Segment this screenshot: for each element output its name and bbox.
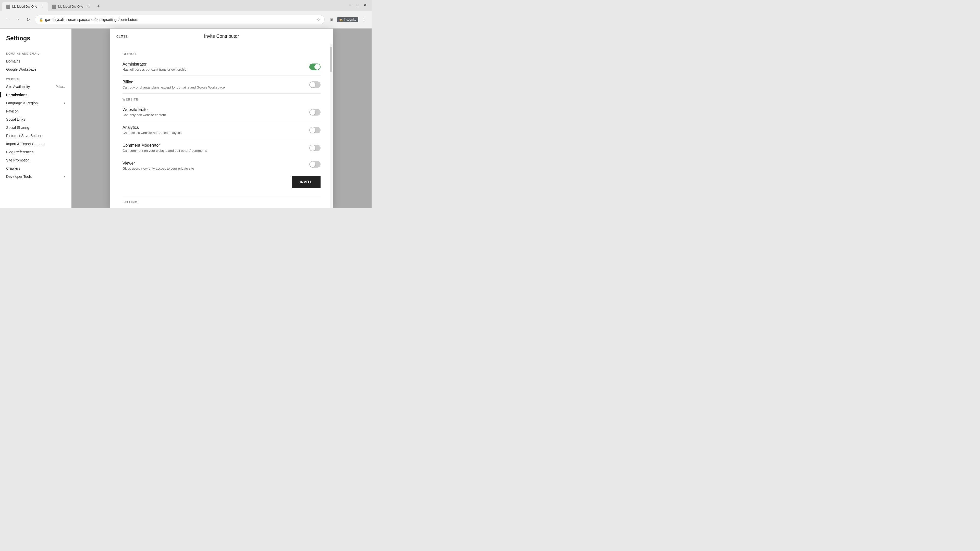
toggle-website-editor[interactable] <box>309 109 321 116</box>
permission-info-comment-moderator: Comment Moderator Can comment on your we… <box>123 143 309 152</box>
permission-desc-analytics: Can access website and Sales analytics <box>123 131 309 135</box>
incognito-icon: 🕵 <box>339 18 343 21</box>
permission-info-billing: Billing Can buy or change plans, except … <box>123 80 309 89</box>
browser-actions: ⊞ 🕵 Incognito ⋮ <box>328 16 368 23</box>
lock-icon: 🔒 <box>39 18 43 22</box>
toggle-knob-viewer <box>310 162 315 167</box>
incognito-badge: 🕵 Incognito <box>337 17 358 22</box>
developer-tools-chevron: ▾ <box>64 175 65 178</box>
invite-button[interactable]: INVITE <box>292 176 321 188</box>
permission-row-administrator: Administrator Has full access but can't … <box>123 58 321 76</box>
toggle-knob-comment-moderator <box>310 145 315 151</box>
tab-2-close[interactable]: ✕ <box>86 5 90 9</box>
close-window-button[interactable]: ✕ <box>363 3 368 8</box>
permission-desc-administrator: Has full access but can't transfer owner… <box>123 68 309 71</box>
permission-row-comment-moderator: Comment Moderator Can comment on your we… <box>123 139 321 157</box>
toggle-knob-analytics <box>310 127 315 133</box>
permission-info-administrator: Administrator Has full access but can't … <box>123 62 309 71</box>
sidebar-item-pinterest-save-buttons[interactable]: Pinterest Save Buttons <box>0 132 72 140</box>
tab-2-favicon <box>52 5 56 9</box>
section-selling-header: SELLING <box>123 197 321 206</box>
permission-desc-billing: Can buy or change plans, except for doma… <box>123 86 309 89</box>
permission-row-analytics: Analytics Can access website and Sales a… <box>123 121 321 139</box>
site-availability-badge: Private <box>56 85 65 89</box>
sidebar-section-website: WEBSITE <box>0 73 72 83</box>
sidebar-item-google-workspace[interactable]: Google Workspace <box>0 65 72 73</box>
modal-scrollbar-thumb <box>330 47 332 72</box>
bookmark-icon[interactable]: ☆ <box>317 17 320 22</box>
incognito-label: Incognito <box>344 18 356 21</box>
toggle-knob-website-editor <box>310 110 315 115</box>
tab-1-title: My Mood Joy One <box>12 5 38 8</box>
language-region-chevron: ▾ <box>64 101 65 105</box>
sidebar-item-site-availability[interactable]: Site Availability Private <box>0 83 72 91</box>
modal-body[interactable]: GLOBAL Administrator Has full access but… <box>110 44 333 208</box>
toggle-viewer[interactable] <box>309 161 321 168</box>
toggle-comment-moderator[interactable] <box>309 144 321 151</box>
tab-1-close[interactable]: ✕ <box>40 5 44 9</box>
permission-name-comment-moderator: Comment Moderator <box>123 143 309 148</box>
browser-chrome: My Mood Joy One ✕ My Mood Joy One ✕ + ─ … <box>0 0 372 29</box>
tab-2-title: My Mood Joy One <box>58 5 84 8</box>
permission-name-viewer: Viewer <box>123 161 292 165</box>
modal-scrollbar[interactable] <box>330 44 333 208</box>
tab-2[interactable]: My Mood Joy One ✕ <box>48 2 94 11</box>
sidebar-item-crawlers[interactable]: Crawlers <box>0 164 72 172</box>
invite-contributor-modal: CLOSE Invite Contributor GLOBAL Administ… <box>110 29 333 208</box>
section-website-header: WEBSITE <box>123 94 321 103</box>
sidebar-item-blog-preferences[interactable]: Blog Preferences <box>0 148 72 156</box>
tab-1-favicon <box>6 5 10 9</box>
sidebar-item-permissions[interactable]: Permissions <box>0 91 72 99</box>
main-content: Settings DOMAINS AND EMAIL Domains Googl… <box>0 29 372 208</box>
sidebar-item-site-promotion[interactable]: Site Promotion <box>0 156 72 164</box>
permission-name-billing: Billing <box>123 80 309 84</box>
permission-row-website-editor: Website Editor Can only edit website con… <box>123 103 321 121</box>
reload-button[interactable]: ↻ <box>24 16 32 23</box>
permission-name-analytics: Analytics <box>123 125 309 130</box>
permission-desc-viewer: Gives users view-only access to your pri… <box>123 167 292 170</box>
sidebar-item-domains[interactable]: Domains <box>0 57 72 65</box>
toggle-administrator[interactable] <box>309 64 321 70</box>
sidebar-item-language-region[interactable]: Language & Region ▾ <box>0 99 72 107</box>
permission-info-analytics: Analytics Can access website and Sales a… <box>123 125 309 135</box>
permission-info-viewer: Viewer Gives users view-only access to y… <box>123 161 292 170</box>
window-controls: ─ □ ✕ <box>348 3 368 8</box>
permission-desc-comment-moderator: Can comment on your website and edit oth… <box>123 149 309 152</box>
settings-sidebar: Settings DOMAINS AND EMAIL Domains Googl… <box>0 29 72 208</box>
modal-close-button[interactable]: CLOSE <box>116 35 127 38</box>
toggle-billing[interactable] <box>309 81 321 88</box>
maximize-button[interactable]: □ <box>355 3 360 8</box>
permission-name-administrator: Administrator <box>123 62 309 67</box>
menu-button[interactable]: ⋮ <box>360 16 368 23</box>
toggle-analytics[interactable] <box>309 127 321 133</box>
toggle-knob-administrator <box>314 64 320 70</box>
permission-desc-website-editor: Can only edit website content <box>123 113 309 117</box>
permission-name-website-editor: Website Editor <box>123 107 309 112</box>
new-tab-button[interactable]: + <box>95 3 102 10</box>
sidebar-item-favicon[interactable]: Favicon <box>0 107 72 115</box>
sidebar-item-developer-tools[interactable]: Developer Tools ▾ <box>0 172 72 181</box>
minimize-button[interactable]: ─ <box>348 3 353 8</box>
settings-title: Settings <box>0 35 72 48</box>
permission-row-billing: Billing Can buy or change plans, except … <box>123 76 321 94</box>
toggle-knob-billing <box>310 82 315 87</box>
sidebar-item-social-links[interactable]: Social Links <box>0 115 72 124</box>
sidebar-item-import-export-content[interactable]: Import & Export Content <box>0 140 72 148</box>
address-bar-row: ← → ↻ 🔒 gar-chrysalis.squarespace.com/co… <box>0 11 372 28</box>
tab-1[interactable]: My Mood Joy One ✕ <box>2 2 48 11</box>
section-global-header: GLOBAL <box>123 48 321 58</box>
address-bar[interactable]: 🔒 gar-chrysalis.squarespace.com/config/s… <box>35 15 325 24</box>
tab-bar: My Mood Joy One ✕ My Mood Joy One ✕ + ─ … <box>0 0 372 11</box>
modal-title: Invite Contributor <box>204 34 239 39</box>
url-text: gar-chrysalis.squarespace.com/config/set… <box>45 17 315 22</box>
forward-button[interactable]: → <box>14 16 21 23</box>
sidebar-item-social-sharing[interactable]: Social Sharing <box>0 124 72 132</box>
permission-info-website-editor: Website Editor Can only edit website con… <box>123 107 309 117</box>
page-background: CLOSE Invite Contributor GLOBAL Administ… <box>72 29 372 208</box>
sidebar-section-domains-email: DOMAINS AND EMAIL <box>0 48 72 57</box>
back-button[interactable]: ← <box>4 16 11 23</box>
modal-header: CLOSE Invite Contributor <box>110 29 333 44</box>
extensions-button[interactable]: ⊞ <box>328 16 335 23</box>
permission-row-viewer: Viewer Gives users view-only access to y… <box>123 157 321 197</box>
